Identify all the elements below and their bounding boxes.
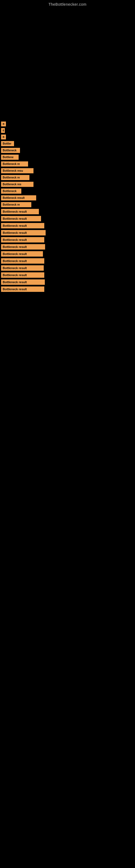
bottleneck-result-label: Bottleneck result bbox=[1, 223, 44, 228]
content-area: BEBBottlerBottleneckBottleneBottleneck r… bbox=[0, 117, 135, 296]
list-item: Bottleneck result bbox=[1, 272, 134, 278]
list-item: Bottleneck result bbox=[1, 286, 134, 292]
bottleneck-result-label: Bottleneck result bbox=[1, 237, 44, 243]
site-title: TheBottlenecker.com bbox=[0, 0, 135, 9]
bottleneck-result-label: Bottleneck result bbox=[1, 286, 44, 292]
list-item: Bottleneck result bbox=[1, 223, 134, 228]
list-item: Bottleneck resu bbox=[1, 168, 134, 173]
bottleneck-result-label: Bottleneck result bbox=[1, 279, 45, 285]
bottleneck-result-label: Bottleneck res bbox=[1, 182, 34, 187]
list-item: B bbox=[1, 122, 134, 126]
bottleneck-result-label: Bottleneck re bbox=[1, 175, 30, 180]
list-item: B bbox=[1, 134, 134, 140]
list-item: Bottler bbox=[1, 141, 134, 146]
site-header: TheBottlenecker.com bbox=[0, 0, 135, 9]
list-item: Bottleneck result bbox=[1, 244, 134, 250]
bottleneck-result-label: B bbox=[1, 122, 6, 126]
list-item: Bottleneck result bbox=[1, 216, 134, 221]
list-item: Bottlene bbox=[1, 155, 134, 160]
list-item: E bbox=[1, 128, 134, 133]
bottleneck-result-label: Bottleneck result bbox=[1, 251, 43, 257]
list-item: Bottleneck bbox=[1, 148, 134, 153]
list-item: Bottleneck re bbox=[1, 161, 134, 166]
bottleneck-result-label: E bbox=[1, 128, 5, 133]
list-item: Bottleneck result bbox=[1, 237, 134, 243]
bottleneck-result-label: Bottleneck result bbox=[1, 230, 46, 236]
list-item: Bottleneck result bbox=[1, 265, 134, 271]
bottleneck-result-label: Bottleneck result bbox=[1, 195, 36, 200]
bottleneck-result-label: Bottleneck re bbox=[1, 161, 28, 166]
list-item: Bottleneck res bbox=[1, 182, 134, 187]
bottleneck-result-label: Bottleneck resu bbox=[1, 168, 34, 173]
bottleneck-result-label: B bbox=[1, 134, 6, 140]
bottleneck-result-label: Bottlene bbox=[1, 155, 18, 160]
list-item: Bottleneck result bbox=[1, 195, 134, 200]
list-item: Bottleneck result bbox=[1, 258, 134, 264]
bottleneck-result-label: Bottleneck re bbox=[1, 202, 31, 207]
bottleneck-result-label: Bottleneck result bbox=[1, 216, 41, 221]
bottleneck-result-label: Bottleneck result bbox=[1, 209, 39, 214]
bottleneck-result-label: Bottleneck result bbox=[1, 272, 44, 278]
list-item: Bottleneck result bbox=[1, 230, 134, 236]
top-spacer bbox=[0, 9, 135, 117]
bottleneck-result-label: Bottleneck result bbox=[1, 265, 44, 271]
list-item: Bottleneck result bbox=[1, 251, 134, 257]
list-item: Bottleneck bbox=[1, 188, 134, 194]
bottleneck-result-label: Bottler bbox=[1, 141, 14, 146]
list-item: Bottleneck re bbox=[1, 175, 134, 180]
bottleneck-result-label: Bottleneck bbox=[1, 188, 21, 194]
list-item: Bottleneck re bbox=[1, 202, 134, 207]
bottleneck-result-label: Bottleneck result bbox=[1, 244, 45, 250]
bottleneck-result-label: Bottleneck bbox=[1, 148, 20, 153]
bottleneck-result-label: Bottleneck result bbox=[1, 258, 44, 264]
list-item: Bottleneck result bbox=[1, 209, 134, 214]
list-item: Bottleneck result bbox=[1, 279, 134, 285]
